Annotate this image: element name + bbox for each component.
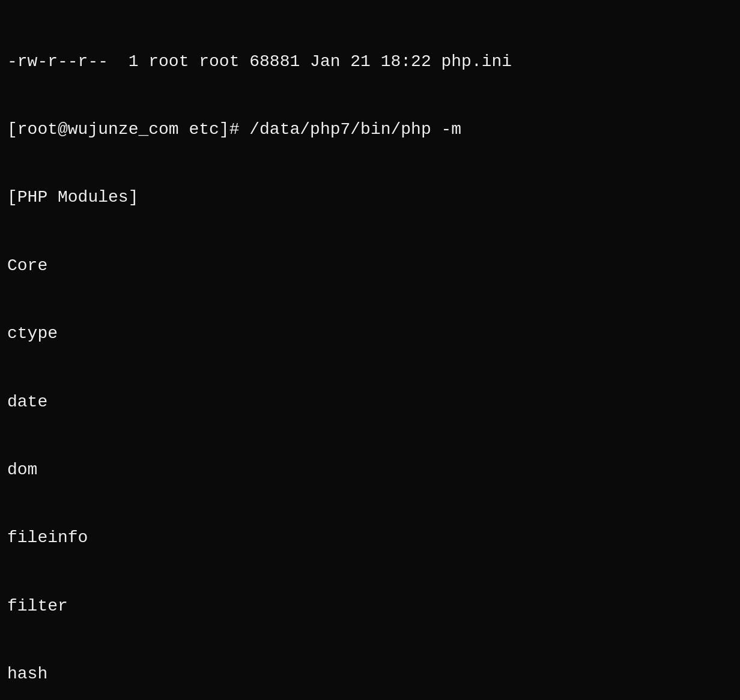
line-core: Core [7, 255, 733, 277]
line-prev: -rw-r--r-- 1 root root 68881 Jan 21 18:2… [7, 50, 733, 73]
terminal-output: -rw-r--r-- 1 root root 68881 Jan 21 18:2… [7, 5, 733, 700]
line-cmd1: [root@wujunze_com etc]# /data/php7/bin/p… [7, 118, 733, 141]
line-fileinfo: fileinfo [7, 527, 733, 549]
line-date: date [7, 391, 733, 414]
line-dom: dom [7, 459, 733, 481]
line-filter: filter [7, 595, 733, 618]
line-php-modules: [PHP Modules] [7, 186, 733, 209]
line-ctype: ctype [7, 322, 733, 345]
line-hash: hash [7, 663, 733, 686]
